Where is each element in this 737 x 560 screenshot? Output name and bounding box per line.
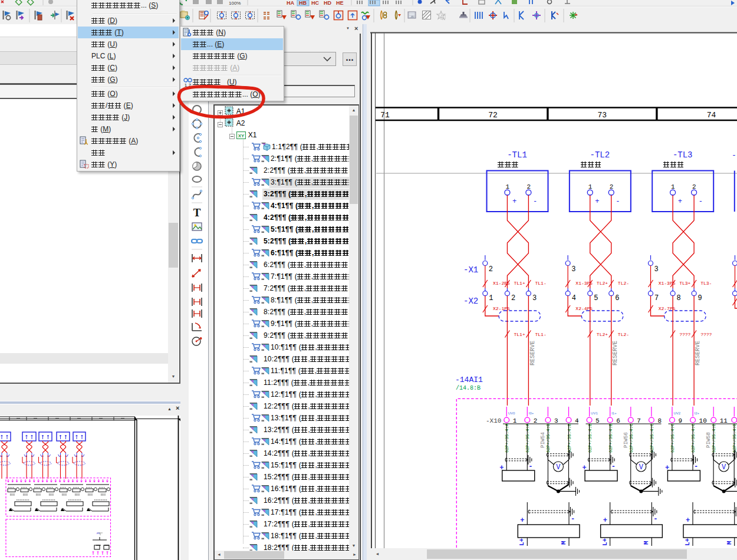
svg-text:-: - [732,151,736,160]
svg-text:L+: L+ [684,538,691,546]
svg-text:TL2-: TL2- [618,281,629,286]
svg-text:I1+: I1+ [611,411,617,415]
svg-text:+: + [595,197,599,206]
svg-text:+: + [603,516,607,525]
svg-text:-TL2: -TL2 [590,150,610,160]
svg-text:2: 2 [511,294,515,302]
svg-text:-: - [653,515,657,523]
svg-text:HA: HA [287,0,294,6]
svg-text:62P+/35.4:B: 62P+/35.4:B [608,423,613,453]
svg-text:M: M [726,541,733,545]
svg-text:TL1-: TL1- [535,332,547,337]
svg-text:5: 5 [594,294,598,302]
svg-text:HC: HC [311,0,319,6]
svg-text:-: - [611,463,616,471]
svg-text:PIW54: PIW54 [540,432,546,448]
svg-text:HD: HD [324,0,331,6]
svg-text:73: 73 [597,111,607,120]
svg-text:-: - [699,197,703,206]
svg-text:TL1+: TL1+ [514,332,525,337]
svg-text:+: + [665,464,669,472]
svg-text:-X2: -X2 [463,297,478,306]
svg-text:62P+/35.4:A: 62P+/35.4:A [525,423,530,453]
svg-text:HE: HE [336,0,344,6]
svg-text:+: + [499,464,504,472]
svg-text:PIW58: PIW58 [706,432,712,448]
svg-text:L+: L+ [601,538,608,546]
svg-text:3: 3 [532,294,537,302]
svg-text:+: + [512,197,516,206]
svg-text:2: 2 [534,417,538,424]
svg-text:1: 1 [505,183,509,190]
svg-text:62P+/35.4:B: 62P+/35.4:B [567,423,572,453]
svg-text:71: 71 [380,111,390,120]
svg-text:5: 5 [595,417,600,424]
svg-text:1: 1 [489,294,493,302]
svg-text:X1-2B5: X1-2B5 [493,281,510,286]
svg-text:62P+/35.4:C: 62P+/35.4:C [670,423,675,453]
svg-text:M: M [560,541,567,545]
svg-text:62P+/35.4:C: 62P+/35.4:C [691,423,696,453]
svg-text:X1-3P5: X1-3P5 [659,281,676,286]
svg-text:8: 8 [677,294,681,302]
svg-text:UV1: UV1 [591,411,598,415]
svg-text:11: 11 [720,417,728,424]
svg-text:100%: 100% [229,1,241,6]
svg-text:1: 1 [588,183,593,190]
svg-text:RESERVE: RESERVE [529,341,536,365]
svg-text:4: 4 [575,417,579,424]
svg-text:TL2+: TL2+ [597,332,608,337]
svg-text:-: - [616,197,620,206]
svg-text:62P+/35.4:C: 62P+/35.4:C [650,423,654,453]
svg-text:-: - [533,197,537,206]
svg-text:UV0: UV0 [508,411,515,415]
svg-text:RESERVE: RESERVE [612,341,618,365]
svg-text:2: 2 [610,183,614,190]
svg-text:3: 3 [554,417,558,424]
svg-text:L+: L+ [518,538,525,546]
svg-text:-TL1: -TL1 [507,150,527,160]
svg-text:+: + [678,197,682,206]
svg-text:-: - [694,463,698,471]
svg-text:V: V [639,463,644,472]
svg-text:????: ???? [679,332,690,337]
svg-text:7: 7 [654,294,659,302]
svg-text:X1-3P5: X1-3P5 [575,281,593,286]
svg-text:HB: HB [299,0,307,6]
svg-text:M: M [643,541,650,545]
svg-text:62P+/35.4:B: 62P+/35.4:B [546,423,551,453]
svg-text:62P+/35.4:D: 62P+/35.4:D [712,423,716,453]
svg-text:-K1: -K1 [96,532,100,535]
svg-text:V: V [556,463,561,472]
svg-text:3: 3 [571,265,575,274]
svg-text:TL3-: TL3- [700,281,712,286]
svg-text:62P+/35.4:D: 62P+/35.4:D [732,423,737,453]
svg-text:TL3+: TL3+ [679,281,690,286]
svg-text:74: 74 [707,111,716,120]
svg-text:XY: XY [238,133,245,139]
svg-text:2: 2 [692,183,696,190]
svg-text:????: ???? [700,332,712,337]
svg-text:I0+: I0+ [529,411,534,415]
svg-text:3: 3 [654,265,659,274]
svg-text:+: + [583,464,587,472]
svg-text:8: 8 [657,417,662,424]
svg-text:-X1: -X1 [463,265,478,275]
svg-text:-: - [528,463,532,471]
svg-text:RESERVE: RESERVE [695,341,701,365]
svg-text:I2+: I2+ [695,411,700,415]
svg-text:6: 6 [616,417,620,424]
svg-text:9: 9 [679,417,683,424]
svg-text:TL1-: TL1- [535,281,547,286]
svg-text:T: T [193,206,201,219]
svg-text:-: - [571,515,575,523]
svg-text:2: 2 [489,265,493,274]
svg-text:PIW56: PIW56 [623,432,629,448]
svg-text:72: 72 [488,111,498,120]
svg-text:2: 2 [527,183,531,190]
svg-text:TL1+: TL1+ [514,281,525,286]
svg-text:4: 4 [572,294,576,302]
svg-text:62P+/35.4:A: 62P+/35.4:A [505,423,509,453]
svg-text:UV2: UV2 [674,411,681,415]
svg-text:62P+/35.4:C: 62P+/35.4:C [629,423,634,453]
